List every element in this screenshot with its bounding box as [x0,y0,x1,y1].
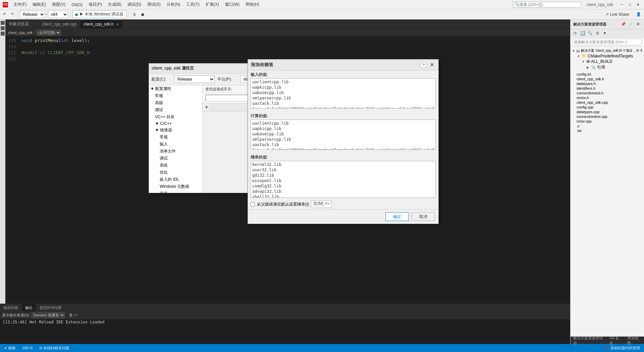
tree-file-rector-h[interactable]: rector.h [577,95,643,100]
tree-file-c[interactable]: .c [577,124,643,128]
sol-tool-search[interactable]: 🔍 [587,30,593,37]
menu-item-0[interactable]: 文件(F) [11,1,29,8]
tree-file-sdk-h[interactable]: client_cpp_sdk.h [577,77,643,81]
prop-tree-item-0[interactable]: ▼ 配置属性 [149,85,202,92]
sol-tool-new[interactable]: 🔄 [579,30,586,37]
tree-file-nctor-cpp[interactable]: nctor.cpp [577,119,643,124]
run-debugger-button[interactable]: ▶ ▶ 本地 Windows 调试器 [72,10,126,18]
prop-tree-item-4[interactable]: VC++ 目录 [149,114,202,121]
tree-item-all-build[interactable]: ▼ ⚙ ALL_BUILD [572,59,643,64]
tree-file-sdk-cpp[interactable]: client_cpp_sdk.cpp [577,100,643,105]
close-button[interactable]: ✕ [635,2,641,7]
activity-icon-3[interactable] [1,32,5,36]
tab-object-browser[interactable]: 对象浏览器 [5,19,39,29]
prop-tree-item-7[interactable]: 常规 [149,134,202,141]
tree-item-cmake[interactable]: ▼ 📁 CMakePredefinedTargets [572,53,643,59]
menu-item-11[interactable]: 窗口(W) [222,1,242,8]
global-search-input[interactable] [519,2,580,7]
output-clear-btn[interactable]: 🗑 [69,313,73,317]
sol-tool-sync[interactable]: ⟳ [572,30,579,37]
prop-tree-item-5[interactable]: ▼ C/C++ [149,121,202,127]
prop-tree-item-9[interactable]: 清单文件 [149,148,202,155]
tab-resource-view[interactable]: 资源视图 [625,337,644,344]
breadcrumb-project[interactable]: client_cpp_sdk [8,31,33,35]
debug-toolbar-btn[interactable]: ⏸ [131,11,138,17]
tab-output[interactable]: 输出 [22,304,36,311]
output-wrap-btn[interactable]: ↩ [74,313,77,317]
status-add-deps[interactable]: ➕ 添加到源代码管理 [603,346,641,351]
activity-icon-2[interactable] [1,26,5,30]
prop-tree-item-6[interactable]: ▼ 链接器 [149,127,202,134]
tab-find-symbol[interactable]: 查找符号结果 [36,304,65,311]
prop-tree-item-2[interactable]: 高级 [149,99,202,106]
status-no-issues[interactable]: ⊘ 未找到相关问题 [38,346,70,351]
tree-file-txt[interactable]: .txt [577,128,643,133]
tree-file-datatypes-h[interactable]: datatypes.h [577,81,643,86]
prop-tree-item-13[interactable]: 嵌入的 IDL [149,176,202,183]
tab-error-list[interactable]: 错误列表 [5,304,22,311]
tree-file-config-cpp[interactable]: config.cpp [577,105,643,109]
menu-item-7[interactable]: 测试(S) [145,1,163,8]
status-zoom[interactable]: 100 % [21,346,34,350]
menu-item-6[interactable]: 调试(D) [125,1,144,8]
menu-item-5[interactable]: 生成(B) [105,1,124,8]
sol-tool-settings[interactable]: ⚙ [594,30,601,37]
menu-item-9[interactable]: 工具(T) [183,1,202,8]
configuration-select[interactable]: Release [20,11,45,18]
prop-tree-item-11[interactable]: 系统 [149,162,202,169]
sol-expand-btn[interactable]: ↕ [627,21,634,28]
undo-button[interactable]: ↶ [1,11,8,17]
sol-pin-btn[interactable]: 📌 [620,21,627,28]
menu-item-12[interactable]: 帮助(H) [243,1,262,8]
redo-button[interactable]: ↷ [9,11,15,17]
status-ready[interactable]: ✔ 就绪 [3,346,17,351]
prop-tree-item-8[interactable]: 输入 [149,141,202,148]
minimize-button[interactable]: ─ [619,2,625,7]
tab-client-h[interactable]: client_cpp_sdk.h ✕ [80,19,122,29]
prop-tree-item-15[interactable]: 高级 [149,190,202,193]
tree-file-config-ini[interactable]: config.ini [577,72,643,77]
attach-cancel-button[interactable]: 取消 [412,212,435,221]
prop-config-select[interactable]: Release [174,76,215,83]
attach-close-button[interactable]: ✕ [429,62,435,68]
inherit-checkbox[interactable] [251,202,255,207]
tab-git-changes[interactable]: Git 更改 [607,337,625,344]
maximize-button[interactable]: □ [627,2,633,7]
prop-tree-item-14[interactable]: Windows 元数据 [149,183,202,190]
menu-item-8[interactable]: 分析(N) [164,1,183,8]
tree-file-datatypes-cpp[interactable]: datatypes.cpp [577,109,643,114]
live-share-button[interactable]: ↗ Live Share [603,11,632,17]
menu-item-10[interactable]: 扩展(X) [203,1,222,8]
global-search-box[interactable]: 🔍 [513,2,581,8]
prop-tree-item-1[interactable]: 常规 [149,92,202,99]
solution-search-input[interactable] [573,39,642,45]
tree-file-identifiers-h[interactable]: identifiers.h [577,86,643,91]
menu-item-1[interactable]: 编辑(E) [30,1,49,8]
account-button[interactable]: 👤 [635,11,643,17]
tree-file-conntest-cpp[interactable]: connectiontest.cpp [577,114,643,119]
tree-item-ref[interactable]: ▶ 📎 引用 [572,64,643,71]
platform-select[interactable]: x64 [48,11,68,18]
tab-solution-explorer[interactable]: 解决方案资源管理器 [571,337,607,344]
output-source-select[interactable]: Xamarin 热重装 [32,312,65,318]
prop-tb-btn-add[interactable]: + [203,104,210,111]
attach-input-list[interactable]: uaclientcpp.libuapkicpp.libuabasecpp.lib… [251,78,436,108]
prop-tree-item-10[interactable]: 调试 [149,155,202,162]
sol-tool-filter[interactable]: ▼ [601,30,608,37]
tab-client-cpp[interactable]: client_cpp_sdk.cpp [39,19,80,29]
activity-icon-1[interactable] [1,21,5,25]
macro-button[interactable]: 宏(M) >> [311,201,331,208]
menu-item-4[interactable]: 项目(P) [86,1,105,8]
attach-help-button[interactable]: ? [420,61,427,68]
tree-item-solution[interactable]: ▼ 🗂 解决方案 'client_cpp_sdk'(4 个项目，共 4 个) [572,48,643,53]
tab-close-client-h[interactable]: ✕ [116,23,119,26]
stop-toolbar-btn[interactable]: ⏹ [139,11,146,17]
sol-close-btn[interactable]: ✕ [635,21,641,28]
breadcrumb-scope-select[interactable]: (全局范围) [36,30,61,36]
attach-ok-button[interactable]: 确定 [385,212,409,221]
menu-item-2[interactable]: 视图(V) [49,1,68,8]
solution-search-box[interactable] [571,38,644,47]
prop-tree-item-3[interactable]: 调试 [149,106,202,114]
prop-tree-item-12[interactable]: 优化 [149,169,202,176]
menu-item-3[interactable]: Git(G) [69,2,85,8]
